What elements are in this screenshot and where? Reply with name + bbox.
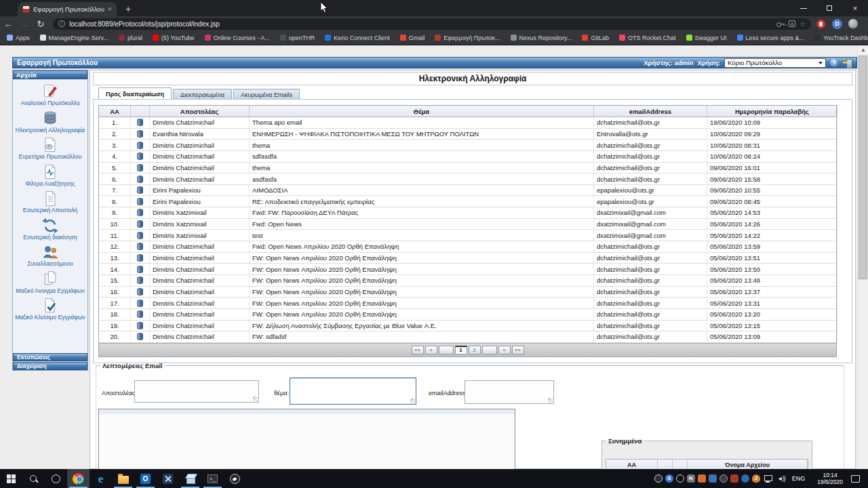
profile-avatar[interactable]: D: [832, 19, 842, 29]
password-key-icon[interactable]: [776, 22, 785, 26]
taskbar-outlook-button[interactable]: O: [134, 469, 157, 488]
row-open-cell[interactable]: [131, 185, 150, 196]
col-header-sender[interactable]: Αποστολέας: [150, 106, 250, 117]
sidebar-item-bulk-open-documents[interactable]: Μαζικό Άνοιγμα Εγγράφων: [15, 269, 85, 296]
email-record-icon[interactable]: [137, 300, 143, 307]
table-row[interactable]: 3. Dimitris Chatzimichail thema dchatzim…: [99, 140, 836, 151]
taskbar-edge-button[interactable]: e: [90, 469, 112, 488]
table-row[interactable]: 18. Dimitris Chatzimichail FW: Open News…: [99, 309, 836, 321]
row-open-cell[interactable]: [131, 117, 150, 128]
network-status-icon[interactable]: [764, 475, 773, 483]
row-open-cell[interactable]: [131, 129, 150, 140]
email-record-icon[interactable]: [137, 186, 143, 194]
notification-center-icon[interactable]: [851, 475, 860, 483]
email-record-icon[interactable]: [137, 152, 143, 160]
tab-close-icon[interactable]: ×: [108, 5, 112, 13]
table-row[interactable]: 14. Dimitris Chatzimichail FW: Open News…: [99, 264, 836, 275]
obs-tray-icon[interactable]: [654, 474, 663, 483]
table-row[interactable]: 2. Evanthia Ntrovala ΕΝΗΜΕΡΩΣΗ - ΨΗΦΙΑΚΑ…: [99, 129, 836, 140]
row-open-cell[interactable]: [131, 287, 150, 298]
table-row[interactable]: 7. Eirini Papalexiou ΑΙΜΟΔΟΣΙΑ epapalexi…: [99, 185, 836, 197]
scroll-up-icon[interactable]: ▲: [858, 45, 868, 55]
table-row[interactable]: 9. Dimitris Xatzimixail Fwd: FW: Παρουσί…: [99, 207, 836, 219]
window-maximize-button[interactable]: [816, 0, 842, 16]
forward-button[interactable]: →: [16, 19, 33, 29]
table-row[interactable]: 17. Dimitris Chatzimichail FW: Open News…: [99, 298, 836, 309]
col-header-date[interactable]: Ημερομηνία παραλαβής: [707, 106, 837, 117]
pagination-button[interactable]: ««: [412, 346, 424, 354]
orange-app-tray-icon[interactable]: [698, 474, 706, 483]
email-record-icon[interactable]: [137, 322, 143, 329]
email-record-icon[interactable]: [137, 266, 143, 273]
extension-icon[interactable]: [816, 20, 825, 28]
taskbar-clock[interactable]: 10:14 19/6/2020: [817, 472, 843, 485]
sidebar-item-bulk-close-documents[interactable]: Μαζικό Κλείσιμο Εγγράφων: [14, 296, 86, 323]
table-row[interactable]: 4. Dimitris Chatzimichail sdfasdfa dchat…: [99, 151, 836, 163]
translate-icon[interactable]: A: [789, 20, 795, 27]
bookmark-item[interactable]: OTS Rocket.Chat: [619, 35, 676, 41]
taskbar-cube-app-button[interactable]: [179, 469, 201, 488]
row-open-cell[interactable]: [131, 207, 150, 218]
window-minimize-button[interactable]: [791, 0, 816, 16]
table-row[interactable]: 5. Dimitris Chatzimichail thema dchatzim…: [99, 163, 836, 174]
pagination-button[interactable]: «: [425, 346, 437, 354]
help-icon[interactable]: ?: [830, 58, 839, 67]
row-open-cell[interactable]: [131, 163, 150, 174]
note-tray-icon[interactable]: N: [687, 474, 695, 483]
skype-tray-icon[interactable]: S: [665, 474, 673, 483]
taskbar-chrome-button[interactable]: [67, 469, 90, 488]
table-row[interactable]: 13. Dimitris Chatzimichail FW: Open News…: [99, 253, 836, 264]
resize-grip-icon[interactable]: [548, 398, 553, 403]
email-record-icon[interactable]: [137, 288, 143, 296]
email-address-field[interactable]: [465, 380, 554, 404]
sidebar-item-email[interactable]: Ηλεκτρονική Αλληλογραφία: [15, 108, 85, 136]
bookmark-item[interactable]: Less secure apps &...: [737, 35, 805, 41]
row-open-cell[interactable]: [131, 309, 150, 320]
settings-tray-icon[interactable]: [741, 474, 749, 483]
table-row[interactable]: 16. Dimitris Chatzimichail FW: Open News…: [99, 287, 836, 298]
row-open-cell[interactable]: [131, 219, 150, 230]
resize-grip-icon[interactable]: [253, 396, 258, 401]
language-indicator[interactable]: ENG: [792, 475, 806, 482]
email-record-icon[interactable]: [137, 164, 143, 171]
row-open-cell[interactable]: [131, 174, 150, 184]
refresh-button[interactable]: ↻: [33, 19, 49, 29]
col-header-email[interactable]: emailAddress: [594, 106, 707, 117]
pagination-button[interactable]: 1: [455, 346, 467, 354]
bookmark-item[interactable]: Online Courses - A...: [205, 35, 270, 41]
email-record-icon[interactable]: [137, 232, 143, 239]
email-record-icon[interactable]: [137, 243, 143, 250]
pagination-button[interactable]: »»: [512, 346, 524, 354]
bookmark-item[interactable]: plural: [119, 35, 142, 41]
table-row[interactable]: 6. Dimitris Chatzimichail asdfasfa dchat…: [99, 174, 836, 185]
window-close-button[interactable]: ×: [842, 0, 868, 16]
col-header-aa[interactable]: ΑΑ: [99, 106, 131, 117]
row-open-cell[interactable]: [131, 264, 150, 274]
defender-tray-icon[interactable]: [719, 474, 728, 483]
table-row[interactable]: 11. Dimitris Xatzimixail test dxatzimixa…: [99, 230, 836, 241]
bookmark-star-icon[interactable]: ☆: [800, 20, 806, 28]
table-row[interactable]: 1. Dimitris Chatzimichail Thema apo emai…: [99, 117, 836, 129]
sidebar-item-protocol-index[interactable]: Ευρετήριο Πρωτοκόλλου: [18, 135, 83, 162]
sidebar-item-contacts[interactable]: Συναλλασσόμενοι: [26, 242, 73, 269]
pagination-button[interactable]: »: [498, 346, 511, 354]
bookmark-item[interactable]: (5) YouTube: [153, 35, 195, 41]
row-open-cell[interactable]: [131, 140, 150, 150]
pagination-button[interactable]: 2: [469, 346, 481, 354]
bookmark-item[interactable]: GitLab: [582, 35, 609, 41]
tab-item[interactable]: Διεκπεραιωμένα: [173, 89, 232, 100]
table-row[interactable]: 15. Dimitris Chatzimichail FW: Open News…: [99, 275, 836, 287]
table-row[interactable]: 19. Dimitris Chatzimichail FW: Δήλωση Αν…: [99, 321, 836, 332]
table-row[interactable]: 20. Dimitris Chatzimichail FW: sdfadsf d…: [99, 331, 836, 343]
taskbar-terminal-button[interactable]: >_: [201, 469, 224, 488]
logout-icon[interactable]: [843, 59, 852, 67]
row-open-cell[interactable]: [131, 151, 150, 162]
email-body-field[interactable]: [98, 409, 515, 469]
taskbar-search-button[interactable]: [22, 469, 45, 488]
pagination-button[interactable]: [439, 346, 454, 354]
row-open-cell[interactable]: [131, 298, 150, 308]
sidebar-item-internal-circulation[interactable]: Εσωτερική διακίνηση: [22, 216, 77, 243]
row-open-cell[interactable]: [131, 241, 150, 252]
bookmark-item[interactable]: Apps: [7, 35, 30, 41]
email-record-icon[interactable]: [137, 310, 143, 318]
